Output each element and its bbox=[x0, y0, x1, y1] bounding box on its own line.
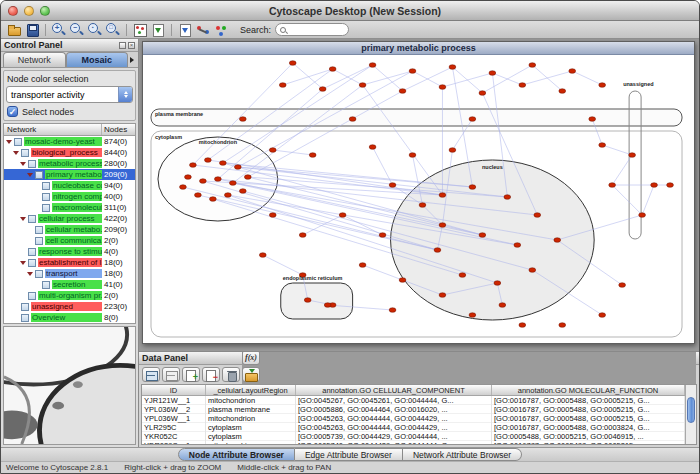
network-node[interactable] bbox=[389, 308, 396, 313]
tree-expander-icon[interactable] bbox=[19, 217, 28, 221]
network-node[interactable] bbox=[554, 238, 561, 243]
network-node[interactable] bbox=[409, 153, 416, 158]
network-node[interactable] bbox=[269, 148, 276, 153]
network-node[interactable] bbox=[504, 195, 511, 200]
maximize-button[interactable] bbox=[40, 6, 50, 16]
network-node[interactable] bbox=[559, 323, 566, 328]
network-node[interactable] bbox=[667, 183, 674, 188]
tree-row[interactable]: nitrogen compo...40(0) bbox=[4, 191, 135, 202]
network-node[interactable] bbox=[519, 83, 526, 88]
tree-row[interactable]: multi-organism pr...2(0) bbox=[4, 290, 135, 301]
network-edge[interactable] bbox=[363, 71, 413, 85]
network-node[interactable] bbox=[359, 263, 366, 268]
column-header[interactable]: _cellularLayoutRegion bbox=[206, 385, 296, 395]
network-node[interactable] bbox=[229, 181, 236, 186]
network-node[interactable] bbox=[339, 213, 346, 218]
tree-row[interactable]: biological_process844(0) bbox=[4, 147, 135, 158]
network-node[interactable] bbox=[514, 243, 521, 248]
network-node[interactable] bbox=[529, 63, 536, 68]
network-modification-icon[interactable] bbox=[195, 22, 211, 37]
import-table-icon[interactable] bbox=[242, 367, 260, 382]
title-bar[interactable]: Cytoscape Desktop (New Session) bbox=[1, 1, 699, 21]
tree-expander-icon[interactable] bbox=[5, 140, 14, 144]
network-node[interactable] bbox=[239, 189, 246, 194]
zoom-out-icon[interactable] bbox=[69, 22, 85, 37]
network-node[interactable] bbox=[199, 179, 206, 184]
node-color-dropdown[interactable]: transporter activity bbox=[6, 86, 133, 103]
network-edge[interactable] bbox=[263, 255, 303, 275]
network-node[interactable] bbox=[419, 203, 426, 208]
save-session-icon[interactable] bbox=[24, 22, 40, 37]
network-node[interactable] bbox=[459, 273, 466, 278]
close-button[interactable] bbox=[8, 6, 18, 16]
tree-expander-icon[interactable] bbox=[26, 272, 35, 276]
tree-expander-icon[interactable] bbox=[19, 261, 28, 265]
table-scrollbar[interactable] bbox=[685, 385, 696, 444]
tab-mosaic[interactable]: Mosaic bbox=[66, 52, 129, 67]
network-node[interactable] bbox=[379, 233, 386, 238]
network-edge[interactable] bbox=[572, 71, 602, 85]
select-all-attributes-icon[interactable] bbox=[142, 367, 160, 382]
network-node[interactable] bbox=[439, 293, 446, 298]
zoom-in-icon[interactable] bbox=[51, 22, 67, 37]
network-edge[interactable] bbox=[612, 185, 642, 215]
network-node[interactable] bbox=[629, 153, 636, 158]
network-node[interactable] bbox=[639, 213, 646, 218]
float-panel-icon[interactable] bbox=[119, 42, 126, 49]
vizmapper-icon[interactable] bbox=[213, 22, 229, 37]
network-node[interactable] bbox=[319, 87, 326, 92]
network-edge[interactable] bbox=[482, 65, 532, 93]
network-edge[interactable] bbox=[273, 150, 313, 155]
network-node[interactable] bbox=[519, 323, 526, 328]
network-window-titlebar[interactable]: primary metabolic process bbox=[143, 42, 694, 55]
network-node[interactable] bbox=[434, 248, 441, 253]
network-node[interactable] bbox=[244, 175, 251, 180]
tab-edge-attribute-browser[interactable]: Edge Attribute Browser bbox=[295, 448, 403, 461]
network-node[interactable] bbox=[569, 69, 576, 74]
column-header[interactable]: annotation.GO CELLULAR_COMPONENT bbox=[296, 385, 492, 395]
network-node[interactable] bbox=[599, 313, 606, 318]
network-edge[interactable] bbox=[293, 63, 323, 89]
network-node[interactable] bbox=[224, 193, 231, 198]
network-node[interactable] bbox=[399, 89, 406, 94]
network-node[interactable] bbox=[499, 303, 506, 308]
tree-row[interactable]: nucleobase co...94(0) bbox=[4, 180, 135, 191]
network-node[interactable] bbox=[609, 183, 616, 188]
tree-row[interactable]: response to stimu...4(0) bbox=[4, 246, 135, 257]
tree-expander-icon[interactable] bbox=[19, 162, 28, 166]
network-node[interactable] bbox=[599, 143, 606, 148]
tree-row[interactable]: cellular process422(0) bbox=[4, 213, 135, 224]
import-network-icon[interactable] bbox=[150, 22, 166, 37]
tab-scroll-right-icon[interactable] bbox=[128, 52, 136, 67]
network-node[interactable] bbox=[259, 253, 266, 258]
zoom-selected-icon[interactable] bbox=[87, 22, 103, 37]
new-attribute-icon[interactable] bbox=[182, 367, 200, 382]
network-node[interactable] bbox=[479, 91, 486, 96]
network-node[interactable] bbox=[439, 85, 446, 90]
network-node[interactable] bbox=[534, 213, 541, 218]
tree-row[interactable]: transport18(0) bbox=[4, 268, 135, 279]
tab-network-attribute-browser[interactable]: Network Attribute Browser bbox=[403, 448, 522, 461]
network-node[interactable] bbox=[219, 161, 226, 166]
network-overview-icon[interactable] bbox=[132, 22, 148, 37]
scrollbar-thumb[interactable] bbox=[687, 397, 695, 423]
network-node[interactable] bbox=[180, 185, 187, 190]
network-edge[interactable] bbox=[283, 69, 333, 85]
network-node[interactable] bbox=[489, 71, 496, 76]
network-node[interactable] bbox=[651, 183, 658, 188]
network-node[interactable] bbox=[399, 278, 406, 283]
network-node[interactable] bbox=[269, 213, 276, 218]
tree-row[interactable]: macromolecule...311(0) bbox=[4, 202, 135, 213]
tree-expander-icon[interactable] bbox=[12, 151, 21, 155]
network-node[interactable] bbox=[369, 63, 376, 68]
tree-expander-icon[interactable] bbox=[26, 173, 35, 177]
network-node[interactable] bbox=[234, 165, 241, 170]
network-node[interactable] bbox=[349, 117, 356, 122]
unselect-all-attributes-icon[interactable] bbox=[162, 367, 180, 382]
select-nodes-checkbox[interactable] bbox=[7, 106, 18, 117]
network-node[interactable] bbox=[469, 185, 476, 190]
network-node[interactable] bbox=[479, 233, 486, 238]
network-node[interactable] bbox=[389, 183, 396, 188]
tab-node-attribute-browser[interactable]: Node Attribute Browser bbox=[178, 448, 295, 461]
network-edge[interactable] bbox=[442, 73, 492, 87]
